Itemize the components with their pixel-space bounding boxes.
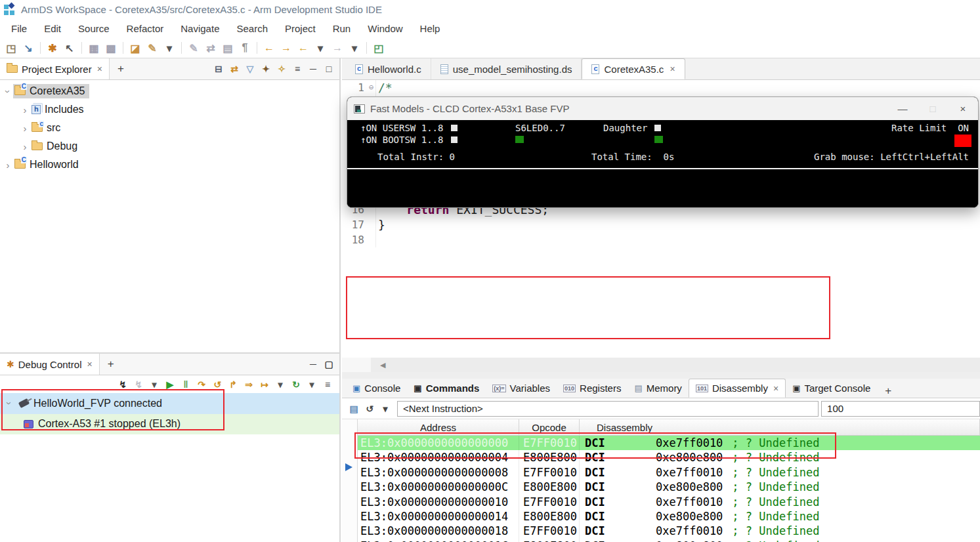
forward-icon[interactable]: → — [278, 40, 294, 56]
tab-target-console[interactable]: ▣Target Console — [786, 379, 877, 398]
dropdown-icon[interactable]: ▾ — [273, 377, 288, 392]
new-view-button[interactable]: + — [877, 385, 899, 398]
rate-limit-led[interactable] — [954, 135, 971, 147]
tree-item-helloworld[interactable]: ›Helloworld — [0, 156, 339, 174]
horizontal-scrollbar[interactable]: ◀ — [342, 358, 980, 372]
last-edit-icon[interactable]: ← — [295, 40, 311, 56]
fast-models-window[interactable]: Fast Models - CLCD Cortex-A53x1 Base FVP… — [347, 96, 979, 208]
menu-refactor[interactable]: Refactor — [118, 23, 173, 34]
save-all-icon[interactable]: ▩ — [103, 40, 119, 56]
dropdown-icon[interactable]: ▾ — [305, 377, 319, 392]
new-view-button[interactable]: + — [100, 358, 122, 371]
scroll-left-icon[interactable]: ◀ — [371, 361, 385, 369]
new-view-button[interactable]: + — [110, 62, 132, 75]
view-menu-icon[interactable]: ≡ — [290, 62, 305, 76]
address-input[interactable]: <Next Instruction> — [397, 401, 819, 417]
disassembly-row[interactable]: EL3:0x000000000000000CE800E800DCI0xe800e… — [358, 480, 980, 494]
format-icon[interactable]: ✎ — [186, 40, 202, 56]
back-icon[interactable]: ← — [261, 40, 277, 56]
collapse-all-icon[interactable]: ⊟ — [211, 62, 226, 76]
minimize-button[interactable]: — — [887, 103, 918, 114]
disconnect-icon[interactable]: ↯ — [131, 377, 146, 392]
tab-commands[interactable]: ▣Commands — [407, 379, 486, 398]
maximize-button[interactable]: □ — [918, 103, 948, 114]
maximize-icon[interactable]: ▢ — [322, 357, 336, 371]
chevron-icon[interactable]: › — [20, 104, 30, 115]
close-icon[interactable]: × — [87, 359, 92, 369]
step-instruction-icon[interactable]: ⇒ — [242, 377, 256, 392]
new-file-icon[interactable]: ◳ — [3, 40, 19, 56]
menu-source[interactable]: Source — [70, 23, 118, 34]
dropdown-icon[interactable]: ▾ — [378, 402, 393, 416]
debug-icon[interactable]: ✱ — [45, 40, 60, 56]
fast-models-title-bar[interactable]: Fast Models - CLCD Cortex-A53x1 Base FVP… — [347, 97, 978, 120]
filter-icon[interactable]: ▽ — [243, 62, 257, 76]
highlighter-icon[interactable]: ✎ — [144, 40, 160, 56]
disassembly-row[interactable]: EL3:0x0000000000000018E7FF0010DCI0xe7ff0… — [358, 524, 980, 538]
menu-file[interactable]: File — [3, 23, 35, 34]
step-over-icon[interactable]: ↷ — [194, 377, 209, 392]
dropdown-icon[interactable]: ▾ — [312, 40, 328, 56]
debug-item[interactable]: Cortex-A53 #1 stopped (EL3h) — [0, 414, 339, 435]
step-out-icon[interactable]: ↺ — [210, 377, 224, 392]
export-log-icon[interactable]: ▤ — [347, 402, 361, 416]
close-icon[interactable]: × — [670, 64, 675, 74]
menu-run[interactable]: Run — [324, 23, 360, 34]
dropdown-icon[interactable]: ▾ — [161, 40, 177, 56]
chevron-icon[interactable]: › — [3, 86, 14, 96]
close-icon[interactable]: × — [97, 64, 102, 74]
column-header-opcode[interactable]: Opcode — [519, 419, 580, 435]
show-whitespace-icon[interactable]: ¶ — [237, 40, 253, 56]
chevron-icon[interactable]: › — [20, 123, 30, 134]
tab-disassembly[interactable]: 101Disassembly× — [689, 379, 786, 398]
open-perspective-icon[interactable]: ◰ — [371, 40, 387, 56]
chevron-icon[interactable]: › — [3, 159, 13, 171]
maximize-icon[interactable]: □ — [322, 62, 336, 76]
column-header-address[interactable]: Address — [358, 419, 519, 435]
chevron-icon[interactable]: › — [20, 141, 30, 152]
tab-debug-control[interactable]: ✱ Debug Control × — [0, 354, 100, 375]
connect-icon[interactable]: ↯ — [116, 377, 130, 392]
save-icon[interactable]: ▦ — [86, 40, 102, 56]
tree-item-coretexa35[interactable]: ›CoretexA35 — [0, 82, 339, 100]
panel-splitter[interactable] — [342, 372, 980, 379]
build-icon[interactable]: ✦ — [259, 62, 273, 76]
tab-memory[interactable]: ▤Memory — [628, 379, 688, 398]
open-element-icon[interactable]: ◪ — [127, 40, 143, 56]
tree-item-includes[interactable]: ›Includes — [0, 100, 339, 119]
minimize-icon[interactable]: ─ — [306, 62, 320, 76]
disassembly-row[interactable]: EL3:0x0000000000000000E7FF0010DCI0xe7ff0… — [358, 436, 980, 450]
import-icon[interactable]: ↘ — [20, 40, 36, 56]
pause-icon[interactable]: ‖ — [179, 377, 193, 392]
link-refactor-icon[interactable]: ⇄ — [203, 40, 219, 56]
next-annotation-icon[interactable]: → — [330, 40, 345, 56]
tab-console[interactable]: ▣Console — [346, 379, 407, 398]
attach-debugger-icon[interactable]: ↖ — [62, 40, 77, 56]
menu-navigate[interactable]: Navigate — [172, 23, 228, 34]
minimize-icon[interactable]: ─ — [306, 357, 320, 371]
tab-variables[interactable]: (x)=Variables — [486, 379, 557, 398]
menu-project[interactable]: Project — [276, 23, 324, 34]
fold-minus-icon[interactable]: ⊖ — [367, 80, 376, 95]
instruction-count-input[interactable]: 100 — [821, 401, 980, 417]
menu-search[interactable]: Search — [228, 23, 276, 34]
outline-icon[interactable]: ▤ — [220, 40, 236, 56]
run-to-line-icon[interactable]: ↦ — [257, 377, 272, 392]
menu-edit[interactable]: Edit — [35, 23, 70, 34]
tree-item-debug[interactable]: ›Debug — [0, 137, 339, 156]
disassembly-row[interactable]: EL3:0x0000000000000004E800E800DCI0xe800e… — [358, 450, 980, 465]
clean-icon[interactable]: ✧ — [274, 62, 289, 76]
menu-help[interactable]: Help — [412, 23, 449, 34]
disassembly-row[interactable]: EL3:0x0000000000000014E800E800DCI0xe800e… — [358, 509, 980, 524]
column-header-disassembly[interactable]: Disassembly — [580, 419, 980, 435]
close-icon[interactable]: × — [773, 383, 778, 394]
editor-tab-helloworld.c[interactable]: Helloworld.c — [346, 58, 431, 79]
dropdown-icon[interactable]: ▾ — [147, 377, 161, 392]
view-menu-icon[interactable]: ≡ — [320, 377, 335, 392]
continue-icon[interactable]: ▶ — [163, 377, 177, 392]
debug-item[interactable]: ›HelloWorld_FVP connected — [0, 393, 339, 414]
close-button[interactable]: × — [948, 103, 978, 114]
disassembly-row[interactable]: EL3:0x0000000000000008E7FF0010DCI0xe7ff0… — [358, 465, 980, 480]
disassembly-row[interactable]: EL3:0x000000000000001CE800E800DCI0xe800e… — [358, 539, 980, 542]
menu-window[interactable]: Window — [359, 23, 411, 34]
